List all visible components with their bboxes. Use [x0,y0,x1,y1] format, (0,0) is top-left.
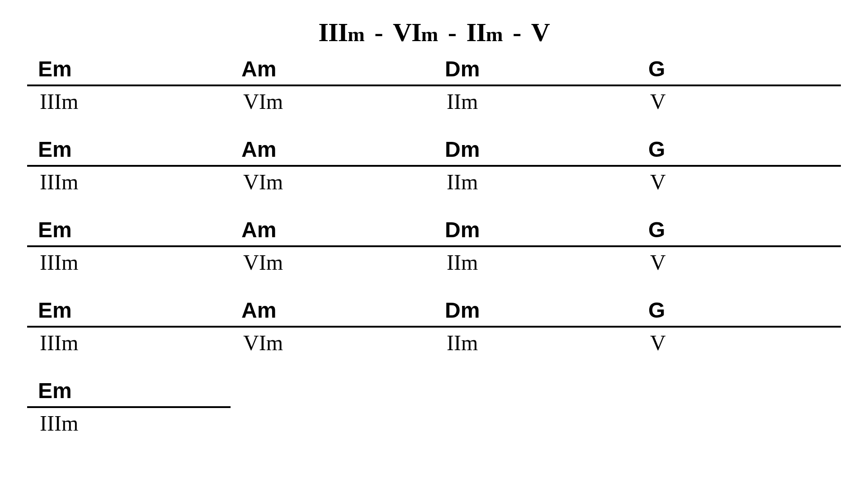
title-sep-3: - [513,18,522,47]
chord-label: G [637,216,841,245]
roman-numeral: IIm [434,86,637,115]
chord-label: Em [27,56,231,84]
chord-label: Dm [434,216,637,245]
roman-numeral: V [637,328,841,357]
measure: Am VIm [231,216,434,276]
roman-numeral: IIIm [27,247,231,276]
chart-row: Em IIIm Am VIm Dm IIm G V [27,56,841,115]
title-suffix-2: m [421,23,439,46]
roman-numeral: IIm [434,328,637,357]
roman-numeral: V [637,167,841,196]
measure: G V [637,136,841,196]
measure: G V [637,216,841,276]
measure: Am VIm [231,297,434,357]
title-roman-1: III [318,18,348,47]
measure: Em IIIm [27,377,231,437]
title-roman-4: V [531,18,550,47]
chord-label: Dm [434,297,637,326]
chord-label: G [637,136,841,165]
roman-numeral: IIm [434,247,637,276]
chart-row: Em IIIm Am VIm Dm IIm G V [27,216,841,276]
measure: G V [637,56,841,115]
title-roman-2: VI [393,18,421,47]
chord-label: Dm [434,56,637,84]
chart-row: Em IIIm Am VIm Dm IIm G V [27,297,841,357]
chord-chart-page: IIIm - VIm - IIm - V Em IIIm Am VIm Dm [0,0,868,455]
roman-numeral: VIm [231,328,434,357]
chord-label: Dm [434,136,637,165]
measure: Em IIIm [27,216,231,276]
chord-label: Em [27,297,231,326]
chart-row: Em IIIm [27,377,841,437]
title-suffix-1: m [348,23,365,46]
chart-row: Em IIIm Am VIm Dm IIm G V [27,136,841,196]
measure: Dm IIm [434,216,637,276]
measure: Am VIm [231,56,434,115]
roman-numeral: IIIm [27,86,231,115]
roman-numeral: IIIm [27,408,231,437]
chord-label: Em [27,136,231,165]
roman-numeral: IIIm [27,167,231,196]
title-sep-1: - [374,18,383,47]
measure: Am VIm [231,136,434,196]
measure: G V [637,297,841,357]
measure: Em IIIm [27,297,231,357]
chord-label: Am [231,216,434,245]
page-title: IIIm - VIm - IIm - V [27,17,841,47]
chord-label: Am [231,56,434,84]
chord-chart: Em IIIm Am VIm Dm IIm G V [27,56,841,437]
measure: Em IIIm [27,136,231,196]
chord-label: Am [231,297,434,326]
measure: Dm IIm [434,56,637,115]
chord-label: Em [27,377,231,406]
measure: Dm IIm [434,297,637,357]
chord-label: G [637,56,841,84]
chord-label: Em [27,216,231,245]
roman-numeral: V [637,86,841,115]
title-suffix-3: m [486,23,503,46]
roman-numeral: IIIm [27,328,231,357]
measure: Em IIIm [27,56,231,115]
roman-numeral: VIm [231,247,434,276]
roman-numeral: IIm [434,167,637,196]
title-sep-2: - [448,18,457,47]
roman-numeral: VIm [231,86,434,115]
chord-label: G [637,297,841,326]
measure: Dm IIm [434,136,637,196]
chord-label: Am [231,136,434,165]
roman-numeral: V [637,247,841,276]
roman-numeral: VIm [231,167,434,196]
title-roman-3: II [467,18,486,47]
